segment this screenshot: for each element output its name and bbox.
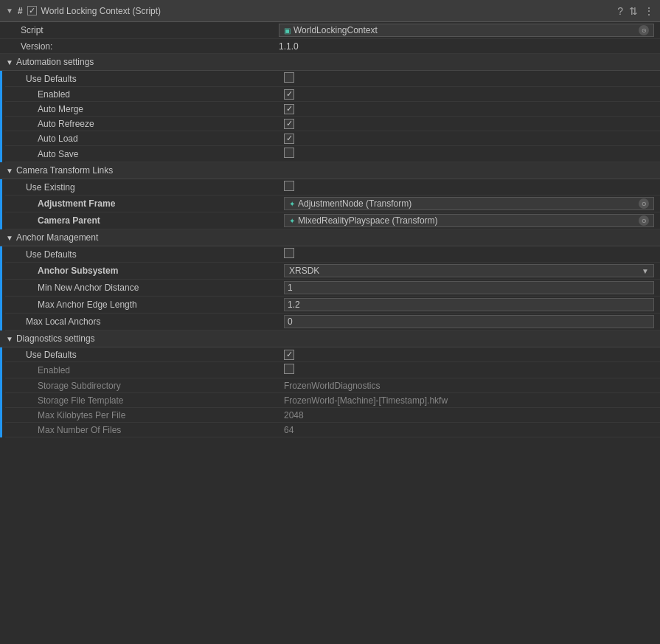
auto-load-row: Auto Load — [5, 131, 660, 146]
max-anchor-edge-length-row: Max Anchor Edge Length — [5, 297, 660, 314]
script-field[interactable]: ▣ WorldLockingContext ⊙ — [279, 24, 654, 37]
automation-enabled-label: Enabled — [11, 89, 284, 100]
auto-merge-row: Auto Merge — [5, 102, 660, 117]
collapse-arrow[interactable]: ▼ — [6, 7, 13, 15]
version-value: 1.1.0 — [279, 41, 654, 52]
diagnostics-blue-bar — [0, 347, 2, 437]
diagnostics-settings-body: Use Defaults Enabled Storage Subdirector… — [0, 347, 660, 437]
adjustment-frame-value: AdjustmentNode (Transform) — [298, 198, 636, 209]
storage-file-template-row: Storage File Template FrozenWorld-[Machi… — [5, 393, 660, 408]
adjustment-frame-row: Adjustment Frame ✦ AdjustmentNode (Trans… — [5, 195, 660, 212]
automation-settings-body: Use Defaults Enabled Auto Merge — [0, 71, 660, 162]
automation-settings-header[interactable]: ▼ Automation settings — [0, 54, 660, 71]
automation-enabled-value — [284, 89, 654, 100]
max-kilobytes-row: Max Kilobytes Per File 2048 — [5, 408, 660, 423]
inspector: Script ▣ WorldLockingContext ⊙ Version: … — [0, 22, 660, 437]
camera-parent-icon: ✦ — [289, 217, 295, 225]
camera-fields: Use Existing Adjustment Frame ✦ Adjustme… — [5, 179, 660, 229]
anchor-fields: Use Defaults Anchor Subsystem XRSDK ▼ Mi… — [5, 246, 660, 330]
auto-refreeze-label: Auto Refreeze — [11, 119, 284, 129]
auto-save-checkbox[interactable] — [284, 148, 294, 158]
camera-parent-label: Camera Parent — [11, 215, 284, 226]
camera-parent-field[interactable]: ✦ MixedRealityPlayspace (Transform) ⊙ — [284, 214, 654, 227]
version-label: Version: — [6, 41, 279, 52]
auto-load-checkbox[interactable] — [284, 134, 294, 144]
camera-collapse[interactable]: ▼ — [6, 167, 13, 175]
help-icon[interactable]: ? — [617, 5, 623, 17]
min-anchor-distance-row: Min New Anchor Distance — [5, 280, 660, 297]
diagnostics-settings-label: Diagnostics settings — [16, 333, 95, 344]
script-icon: ▣ — [284, 27, 291, 35]
max-number-files-value: 64 — [284, 425, 654, 435]
storage-file-template-label: Storage File Template — [11, 395, 284, 406]
anchor-subsystem-dropdown[interactable]: XRSDK ▼ — [284, 264, 654, 277]
adjustment-frame-label: Adjustment Frame — [11, 198, 284, 209]
anchor-use-defaults-row: Use Defaults — [5, 246, 660, 263]
automation-use-defaults-value — [284, 72, 654, 85]
diagnostics-use-defaults-row: Use Defaults — [5, 347, 660, 362]
camera-transform-body: Use Existing Adjustment Frame ✦ Adjustme… — [0, 179, 660, 229]
max-local-anchors-input[interactable] — [284, 315, 654, 328]
max-local-anchors-label: Max Local Anchors — [11, 316, 284, 327]
auto-save-row: Auto Save — [5, 146, 660, 162]
diagnostics-fields: Use Defaults Enabled Storage Subdirector… — [5, 347, 660, 437]
storage-file-template-value: FrozenWorld-[Machine]-[Timestamp].hkfw — [284, 395, 654, 406]
anchor-subsystem-label: Anchor Subsystem — [11, 266, 284, 276]
camera-use-existing-row: Use Existing — [5, 179, 660, 195]
sliders-icon[interactable]: ⇅ — [629, 5, 638, 17]
max-kilobytes-label: Max Kilobytes Per File — [11, 410, 284, 420]
max-kilobytes-value: 2048 — [284, 410, 654, 420]
adjustment-frame-field[interactable]: ✦ AdjustmentNode (Transform) ⊙ — [284, 197, 654, 210]
auto-refreeze-checkbox[interactable] — [284, 119, 294, 129]
anchor-collapse[interactable]: ▼ — [6, 234, 13, 242]
menu-icon[interactable]: ⋮ — [644, 5, 654, 17]
diagnostics-settings-header[interactable]: ▼ Diagnostics settings — [0, 330, 660, 347]
camera-transform-label: Camera Transform Links — [16, 165, 113, 176]
max-anchor-edge-length-label: Max Anchor Edge Length — [11, 300, 284, 310]
auto-merge-checkbox[interactable] — [284, 104, 294, 114]
camera-parent-target[interactable]: ⊙ — [639, 215, 649, 226]
min-anchor-distance-label: Min New Anchor Distance — [11, 283, 284, 293]
adjustment-frame-target[interactable]: ⊙ — [639, 198, 649, 209]
dropdown-arrow-icon: ▼ — [642, 267, 649, 275]
camera-transform-header[interactable]: ▼ Camera Transform Links — [0, 162, 660, 179]
title-checkbox[interactable]: ✓ — [27, 6, 37, 15]
camera-parent-row: Camera Parent ✦ MixedRealityPlayspace (T… — [5, 212, 660, 229]
automation-collapse[interactable]: ▼ — [6, 58, 13, 66]
anchor-use-defaults-label: Use Defaults — [11, 249, 284, 260]
auto-merge-label: Auto Merge — [11, 104, 284, 114]
adjustment-frame-icon: ✦ — [289, 200, 295, 208]
script-row: Script ▣ WorldLockingContext ⊙ — [0, 22, 660, 39]
max-number-files-row: Max Number Of Files 64 — [5, 423, 660, 437]
anchor-management-body: Use Defaults Anchor Subsystem XRSDK ▼ Mi… — [0, 246, 660, 330]
automation-enabled-checkbox[interactable] — [284, 89, 294, 100]
script-label: Script — [6, 25, 279, 35]
script-value: WorldLockingContext — [293, 25, 636, 35]
automation-use-defaults-label: Use Defaults — [11, 74, 284, 84]
version-row: Version: 1.1.0 — [0, 39, 660, 54]
anchor-management-header[interactable]: ▼ Anchor Management — [0, 229, 660, 246]
storage-subdirectory-label: Storage Subdirectory — [11, 381, 284, 391]
max-anchor-edge-length-input[interactable] — [284, 298, 654, 311]
camera-use-existing-label: Use Existing — [11, 182, 284, 193]
camera-blue-bar — [0, 179, 2, 229]
automation-fields: Use Defaults Enabled Auto Merge — [5, 71, 660, 162]
anchor-management-label: Anchor Management — [16, 232, 98, 243]
diagnostics-collapse[interactable]: ▼ — [6, 335, 13, 343]
automation-blue-bar — [0, 71, 2, 162]
camera-use-existing-checkbox[interactable] — [284, 181, 294, 191]
auto-save-label: Auto Save — [11, 149, 284, 159]
min-anchor-distance-input[interactable] — [284, 281, 654, 294]
storage-subdirectory-value: FrozenWorldDiagnostics — [284, 381, 654, 391]
anchor-use-defaults-checkbox[interactable] — [284, 248, 294, 258]
diagnostics-enabled-checkbox[interactable] — [284, 364, 294, 374]
storage-subdirectory-row: Storage Subdirectory FrozenWorldDiagnost… — [5, 378, 660, 393]
auto-load-label: Auto Load — [11, 134, 284, 144]
automation-use-defaults-row: Use Defaults — [5, 71, 660, 87]
camera-parent-value: MixedRealityPlayspace (Transform) — [298, 215, 636, 226]
automation-use-defaults-checkbox[interactable] — [284, 72, 294, 83]
script-target-icon[interactable]: ⊙ — [639, 25, 649, 35]
diagnostics-enabled-row: Enabled — [5, 362, 660, 378]
max-number-files-label: Max Number Of Files — [11, 425, 284, 435]
diagnostics-use-defaults-checkbox[interactable] — [284, 350, 294, 360]
